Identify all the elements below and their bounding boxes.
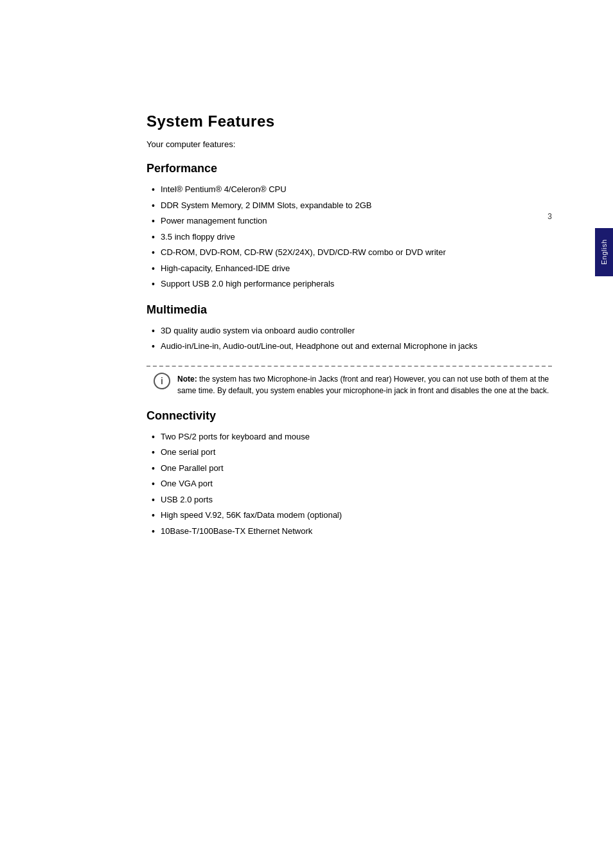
- list-item: 10Base-T/100Base-TX Ethernet Network: [147, 525, 552, 538]
- list-item: High-capacity, Enhanced-IDE drive: [147, 262, 552, 275]
- list-item: USB 2.0 ports: [147, 493, 552, 506]
- list-item: CD-ROM, DVD-ROM, CD-RW (52X/24X), DVD/CD…: [147, 246, 552, 259]
- english-tab: English: [595, 228, 613, 276]
- connectivity-heading: Connectivity: [147, 409, 552, 423]
- list-item: One Parallel port: [147, 462, 552, 475]
- list-item: One serial port: [147, 446, 552, 459]
- list-item: High speed V.92, 56K fax/Data modem (opt…: [147, 509, 552, 522]
- list-item: Two PS/2 ports for keyboard and mouse: [147, 430, 552, 443]
- svg-text:i: i: [161, 376, 163, 386]
- list-item: Intel® Pentium® 4/Celeron® CPU: [147, 183, 552, 196]
- page-container: 3 English System Features Your computer …: [0, 112, 613, 868]
- note-text: Note: the system has two Microphone-in J…: [177, 373, 552, 396]
- list-item: DDR System Memory, 2 DIMM Slots, expanda…: [147, 199, 552, 212]
- connectivity-section: Connectivity Two PS/2 ports for keyboard…: [147, 409, 552, 538]
- performance-list: Intel® Pentium® 4/Celeron® CPU DDR Syste…: [147, 183, 552, 290]
- note-box: i Note: the system has two Microphone-in…: [147, 366, 552, 396]
- intro-text: Your computer features:: [147, 139, 552, 149]
- list-item: 3.5 inch floppy drive: [147, 231, 552, 244]
- multimedia-list: 3D quality audio system via onboard audi…: [147, 324, 552, 353]
- performance-heading: Performance: [147, 162, 552, 175]
- main-content: System Features Your computer features: …: [147, 112, 552, 537]
- connectivity-list: Two PS/2 ports for keyboard and mouse On…: [147, 430, 552, 538]
- list-item: One VGA port: [147, 477, 552, 490]
- list-item: Support USB 2.0 high performance periphe…: [147, 278, 552, 290]
- multimedia-heading: Multimedia: [147, 303, 552, 317]
- note-content: the system has two Microphone-in Jacks (…: [177, 375, 549, 395]
- list-item: Audio-in/Line-in, Audio-out/Line-out, He…: [147, 340, 552, 353]
- list-item: Power management function: [147, 215, 552, 227]
- page-title: System Features: [147, 112, 552, 130]
- note-label: Note:: [177, 375, 197, 384]
- list-item: 3D quality audio system via onboard audi…: [147, 324, 552, 337]
- note-icon: i: [153, 372, 171, 390]
